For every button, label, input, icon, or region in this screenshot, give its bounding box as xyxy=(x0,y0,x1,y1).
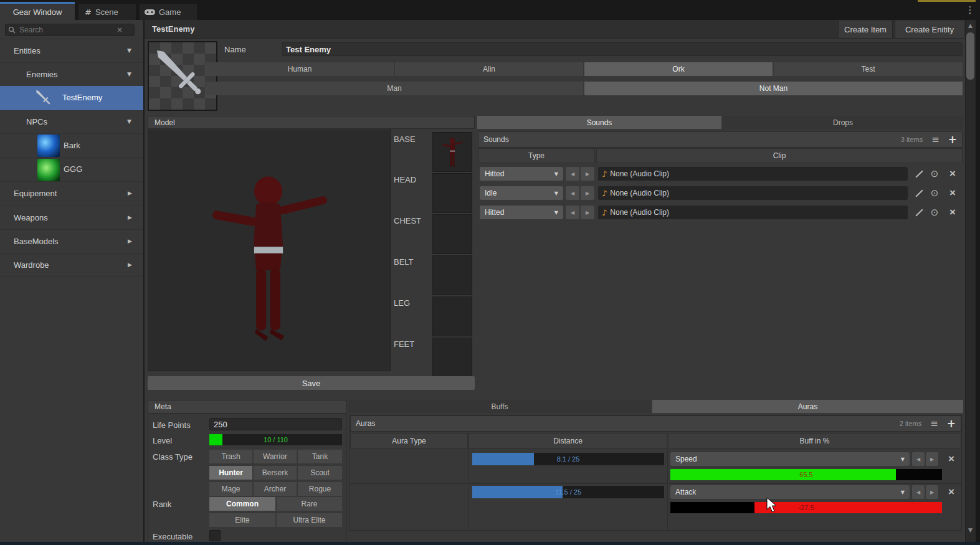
race-button-test[interactable]: Test xyxy=(774,62,963,76)
chevron-down-icon[interactable]: ▼ xyxy=(127,118,131,125)
gender-button-man[interactable]: Man xyxy=(206,82,583,95)
clear-search-icon[interactable]: × xyxy=(117,26,123,34)
edit-icon[interactable] xyxy=(915,169,924,179)
slot-feet[interactable] xyxy=(432,338,472,377)
sidebar-item-testenemy[interactable]: TestEnemy xyxy=(0,86,143,110)
reorder-left-button[interactable]: ◀ xyxy=(912,485,925,499)
class-button-mage[interactable]: Mage xyxy=(209,482,252,496)
life-points-field[interactable] xyxy=(209,418,342,430)
chevron-down-icon[interactable]: ▼ xyxy=(127,71,131,77)
buff-type-dropdown[interactable]: Attack ▼ xyxy=(670,485,910,499)
race-button-alin[interactable]: Alin xyxy=(395,62,583,76)
object-picker-icon[interactable]: ⊙ xyxy=(928,186,941,200)
create-entity-button[interactable]: Create Enitity xyxy=(895,21,964,38)
object-picker-icon[interactable]: ⊙ xyxy=(928,167,941,181)
life-points-input[interactable] xyxy=(210,419,340,430)
tab-game[interactable]: Game xyxy=(140,4,197,20)
tab-buffs[interactable]: Buffs xyxy=(348,400,651,413)
audio-clip-field[interactable]: ♪ None (Audio Clip) xyxy=(598,167,908,181)
slot-base[interactable] xyxy=(432,132,472,172)
search-input[interactable] xyxy=(18,25,114,35)
object-picker-icon[interactable]: ⊙ xyxy=(928,206,941,219)
audio-clip-field[interactable]: ♪ None (Audio Clip) xyxy=(598,186,908,200)
name-input[interactable] xyxy=(282,44,933,55)
sidebar-item-weapons[interactable]: Weapons ▶ xyxy=(0,206,143,229)
chevron-right-icon[interactable]: ▶ xyxy=(128,238,132,244)
scrollbar-thumb[interactable] xyxy=(966,32,974,80)
tab-gear-window[interactable]: Gear Window xyxy=(0,2,75,20)
list-menu-icon[interactable]: ≡ xyxy=(931,134,940,145)
sidebar-item-bark[interactable]: Bark xyxy=(0,133,143,157)
rank-button-common[interactable]: Common xyxy=(209,497,275,511)
remove-sound-button[interactable]: × xyxy=(946,167,959,181)
sound-type-dropdown[interactable]: Hitted ▼ xyxy=(480,206,563,219)
class-button-archer[interactable]: Archer xyxy=(254,482,297,496)
list-menu-icon[interactable]: ≡ xyxy=(930,418,938,429)
edit-icon[interactable] xyxy=(915,189,924,198)
reorder-right-button[interactable]: ▶ xyxy=(926,452,938,466)
class-button-trash[interactable]: Trash xyxy=(209,450,252,463)
rank-button-ultra-elite[interactable]: Ultra Elite xyxy=(277,513,342,527)
scroll-up-icon[interactable]: ▲ xyxy=(965,21,976,30)
sidebar-item-enemies[interactable]: Enemies ▼ xyxy=(0,62,143,86)
reorder-left-button[interactable]: ◀ xyxy=(566,186,579,200)
class-button-rogue[interactable]: Rogue xyxy=(298,482,342,496)
chevron-right-icon[interactable]: ▶ xyxy=(128,214,132,220)
reorder-left-button[interactable]: ◀ xyxy=(566,206,579,219)
reorder-right-button[interactable]: ▶ xyxy=(581,206,594,219)
rank-button-elite[interactable]: Elite xyxy=(209,513,275,527)
model-preview[interactable] xyxy=(148,130,391,371)
class-button-hunter[interactable]: Hunter xyxy=(209,466,252,480)
tab-auras[interactable]: Auras xyxy=(652,400,963,413)
chevron-down-icon[interactable]: ▼ xyxy=(127,47,131,54)
chevron-right-icon[interactable]: ▶ xyxy=(128,262,132,268)
reorder-right-button[interactable]: ▶ xyxy=(581,186,594,200)
race-button-human[interactable]: Human xyxy=(206,62,394,76)
race-button-ork[interactable]: Ork xyxy=(584,62,773,76)
buff-type-dropdown[interactable]: Speed ▼ xyxy=(670,452,910,466)
remove-sound-button[interactable]: × xyxy=(946,206,959,219)
add-aura-icon[interactable]: + xyxy=(947,417,956,430)
class-button-warrior[interactable]: Warrior xyxy=(254,450,297,463)
sidebar-item-ggg[interactable]: GGG xyxy=(0,157,143,181)
buff-percent-bar[interactable]: 65.5 xyxy=(670,469,942,480)
slot-leg[interactable] xyxy=(432,296,472,336)
sound-type-dropdown[interactable]: Hitted ▼ xyxy=(480,167,563,181)
reorder-right-button[interactable]: ▶ xyxy=(926,485,938,499)
remove-aura-button[interactable]: × xyxy=(944,452,958,466)
entity-thumbnail[interactable] xyxy=(148,41,217,111)
slot-belt[interactable] xyxy=(432,255,472,295)
sidebar-item-equipement[interactable]: Equipement ▶ xyxy=(0,181,143,206)
save-button[interactable]: Save xyxy=(148,376,475,390)
search-box[interactable]: × xyxy=(5,24,135,36)
reorder-left-button[interactable]: ◀ xyxy=(912,452,925,466)
executable-checkbox[interactable] xyxy=(209,530,221,541)
tab-sounds[interactable]: Sounds xyxy=(477,116,721,129)
tab-drops[interactable]: Drops xyxy=(723,116,963,129)
create-item-button[interactable]: Create Item xyxy=(838,21,893,38)
remove-sound-button[interactable]: × xyxy=(946,186,959,200)
sidebar-item-npcs[interactable]: NPCs ▼ xyxy=(0,110,143,133)
tab-scene[interactable]: # Scene xyxy=(78,4,136,20)
rank-button-rare[interactable]: Rare xyxy=(277,497,342,511)
reorder-left-button[interactable]: ◀ xyxy=(566,167,579,181)
scroll-down-icon[interactable]: ▼ xyxy=(965,526,976,534)
class-button-tank[interactable]: Tank xyxy=(298,450,342,463)
vertical-scrollbar[interactable] xyxy=(965,20,976,545)
name-field[interactable] xyxy=(282,42,963,56)
slot-chest[interactable] xyxy=(432,214,472,254)
class-button-berserk[interactable]: Berserk xyxy=(254,466,297,480)
gender-button-not-man[interactable]: Not Man xyxy=(584,82,963,95)
sidebar-item-entities[interactable]: Entities ▼ xyxy=(0,39,143,62)
audio-clip-field[interactable]: ♪ None (Audio Clip) xyxy=(598,206,908,219)
sidebar-item-wardrobe[interactable]: Wardrobe ▶ xyxy=(0,253,143,277)
chevron-right-icon[interactable]: ▶ xyxy=(128,190,132,196)
slot-head[interactable] xyxy=(432,173,472,213)
reorder-right-button[interactable]: ▶ xyxy=(581,167,594,181)
edit-icon[interactable] xyxy=(915,208,924,217)
buff-percent-bar[interactable]: -27.5 xyxy=(670,502,942,513)
class-button-scout[interactable]: Scout xyxy=(298,466,342,480)
kebab-menu-icon[interactable]: ⋮ xyxy=(964,3,976,17)
sound-type-dropdown[interactable]: Idle ▼ xyxy=(480,186,563,200)
sidebar-item-basemodels[interactable]: BaseModels ▶ xyxy=(0,229,143,253)
